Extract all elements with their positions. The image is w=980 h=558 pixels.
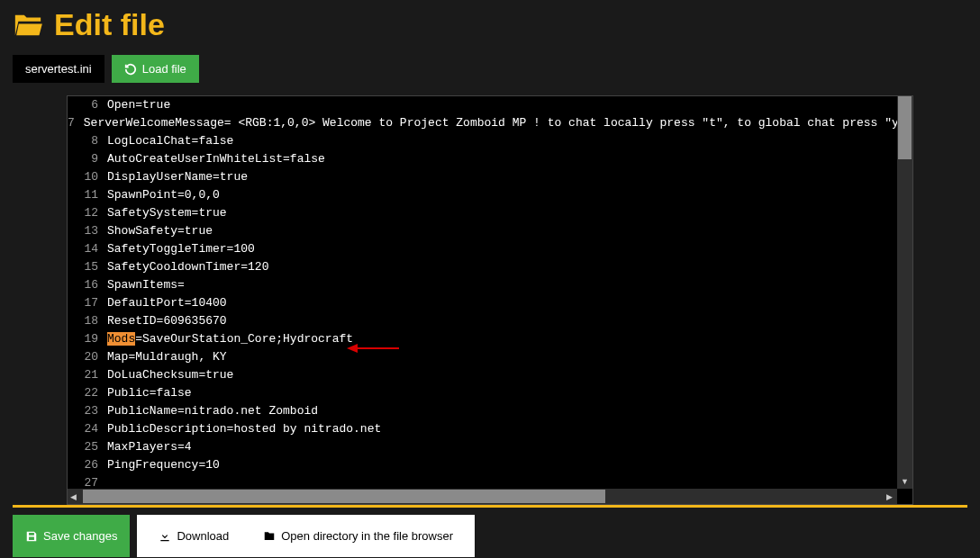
- open-directory-label: Open directory in the file browser: [281, 529, 453, 543]
- editor-line[interactable]: 18ResetID=609635670: [68, 312, 897, 330]
- toolbar-top: servertest.ini Load file: [13, 55, 967, 83]
- editor-line[interactable]: 24PublicDescription=hosted by nitrado.ne…: [68, 420, 897, 438]
- horizontal-scrollbar-thumb[interactable]: [83, 490, 605, 503]
- line-number: 18: [68, 312, 107, 330]
- line-code[interactable]: PublicName=nitrado.net Zomboid: [107, 402, 318, 420]
- editor-line[interactable]: 20Map=Muldraugh, KY: [68, 348, 897, 366]
- editor-line[interactable]: 25MaxPlayers=4: [68, 438, 897, 456]
- editor-line[interactable]: 15SafetyCooldownTimer=120: [68, 258, 897, 276]
- load-file-button[interactable]: Load file: [112, 55, 199, 83]
- line-code[interactable]: SpawnPoint=0,0,0: [107, 186, 220, 204]
- horizontal-scrollbar[interactable]: ◀ ▶: [68, 489, 897, 504]
- editor-line[interactable]: 6Open=true: [68, 96, 897, 114]
- save-label: Save changes: [43, 529, 117, 543]
- line-number: 25: [68, 438, 107, 456]
- line-code[interactable]: Map=Muldraugh, KY: [107, 348, 227, 366]
- scroll-right-icon[interactable]: ▶: [882, 489, 897, 504]
- line-code[interactable]: DisplayUserName=true: [107, 168, 248, 186]
- editor-line[interactable]: 16SpawnItems=: [68, 276, 897, 294]
- download-button[interactable]: Download: [146, 522, 241, 550]
- editor-line[interactable]: 14SafetyToggleTimer=100: [68, 240, 897, 258]
- editor-content[interactable]: 6Open=true7ServerWelcomeMessage= <RGB:1,…: [68, 96, 897, 489]
- save-button[interactable]: Save changes: [13, 515, 130, 557]
- editor-line[interactable]: 23PublicName=nitrado.net Zomboid: [68, 402, 897, 420]
- line-number: 13: [68, 222, 107, 240]
- line-number: 15: [68, 258, 107, 276]
- line-number: 27: [68, 474, 107, 489]
- line-code[interactable]: AutoCreateUserInWhiteList=false: [107, 150, 325, 168]
- line-code[interactable]: Public=false: [107, 384, 192, 402]
- line-number: 26: [68, 456, 107, 474]
- scroll-down-icon[interactable]: ▼: [897, 473, 912, 489]
- save-icon: [25, 530, 38, 543]
- toolbar-bottom: Save changes Download Open directory in …: [13, 515, 967, 557]
- line-code[interactable]: SafetySystem=true: [107, 204, 227, 222]
- line-code[interactable]: SafetyToggleTimer=100: [107, 240, 255, 258]
- vertical-scrollbar[interactable]: ▼: [897, 96, 912, 489]
- vertical-scrollbar-thumb[interactable]: [898, 96, 912, 159]
- folder-icon: [263, 530, 276, 543]
- line-code[interactable]: DefaultPort=10400: [107, 294, 227, 312]
- line-code[interactable]: ShowSafety=true: [107, 222, 213, 240]
- line-number: 16: [68, 276, 107, 294]
- white-button-group: Download Open directory in the file brow…: [137, 515, 475, 557]
- editor-line[interactable]: 11SpawnPoint=0,0,0: [68, 186, 897, 204]
- line-code[interactable]: Mods=SaveOurStation_Core;Hydrocraft: [107, 330, 353, 348]
- highlighted-key: Mods: [107, 332, 135, 346]
- code-editor[interactable]: 6Open=true7ServerWelcomeMessage= <RGB:1,…: [67, 95, 913, 505]
- open-directory-button[interactable]: Open directory in the file browser: [250, 522, 466, 550]
- scroll-left-icon[interactable]: ◀: [66, 489, 81, 504]
- editor-line[interactable]: 9AutoCreateUserInWhiteList=false: [68, 150, 897, 168]
- line-code[interactable]: PublicDescription=hosted by nitrado.net: [107, 420, 381, 438]
- line-number: 6: [68, 96, 107, 114]
- editor-line[interactable]: 10DisplayUserName=true: [68, 168, 897, 186]
- line-number: 8: [68, 132, 107, 150]
- line-code[interactable]: ResetID=609635670: [107, 312, 227, 330]
- editor-line[interactable]: 27: [68, 474, 897, 489]
- editor-line[interactable]: 7ServerWelcomeMessage= <RGB:1,0,0> Welco…: [68, 114, 897, 132]
- line-code[interactable]: ServerWelcomeMessage= <RGB:1,0,0> Welcom…: [84, 114, 897, 132]
- editor-line[interactable]: 8LogLocalChat=false: [68, 132, 897, 150]
- line-number: 20: [68, 348, 107, 366]
- line-number: 10: [68, 168, 107, 186]
- line-number: 11: [68, 186, 107, 204]
- line-code[interactable]: SpawnItems=: [107, 276, 185, 294]
- download-label: Download: [177, 529, 229, 543]
- line-number: 21: [68, 366, 107, 384]
- line-number: 12: [68, 204, 107, 222]
- line-number: 22: [68, 384, 107, 402]
- line-code[interactable]: DoLuaChecksum=true: [107, 366, 233, 384]
- line-number: 7: [68, 114, 84, 132]
- line-number: 19: [68, 330, 107, 348]
- editor-line[interactable]: 26PingFrequency=10: [68, 456, 897, 474]
- line-code[interactable]: MaxPlayers=4: [107, 438, 192, 456]
- editor-line[interactable]: 13ShowSafety=true: [68, 222, 897, 240]
- line-number: 14: [68, 240, 107, 258]
- line-number: 24: [68, 420, 107, 438]
- editor-line[interactable]: 21DoLuaChecksum=true: [68, 366, 897, 384]
- accent-divider: [13, 505, 967, 508]
- editor-line[interactable]: 22Public=false: [68, 384, 897, 402]
- page-header: Edit file: [13, 7, 967, 42]
- file-name-button[interactable]: servertest.ini: [13, 55, 104, 83]
- editor-line[interactable]: 12SafetySystem=true: [68, 204, 897, 222]
- line-number: 9: [68, 150, 107, 168]
- page-title: Edit file: [54, 7, 165, 42]
- line-code[interactable]: Open=true: [107, 96, 170, 114]
- folder-open-icon: [13, 12, 43, 39]
- download-icon: [159, 530, 171, 543]
- reload-icon: [124, 63, 137, 76]
- editor-line[interactable]: 17DefaultPort=10400: [68, 294, 897, 312]
- line-code[interactable]: PingFrequency=10: [107, 456, 220, 474]
- editor-line[interactable]: 19Mods=SaveOurStation_Core;Hydrocraft: [68, 330, 897, 348]
- load-file-label: Load file: [142, 62, 186, 76]
- line-number: 17: [68, 294, 107, 312]
- line-number: 23: [68, 402, 107, 420]
- line-code[interactable]: LogLocalChat=false: [107, 132, 233, 150]
- line-code[interactable]: SafetyCooldownTimer=120: [107, 258, 268, 276]
